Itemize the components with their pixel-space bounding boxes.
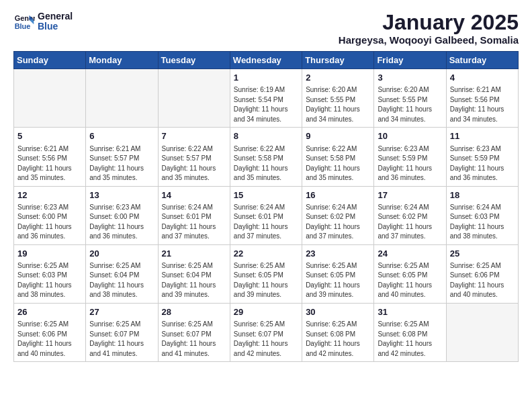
calendar-cell: 23Sunrise: 6:25 AMSunset: 6:05 PMDayligh… [302,244,374,303]
logo-icon: General Blue [13,11,35,32]
day-number: 26 [17,306,82,318]
day-number: 22 [234,248,298,260]
calendar-header-saturday: Saturday [446,52,518,69]
day-number: 4 [450,72,515,84]
calendar-cell: 1Sunrise: 6:19 AMSunset: 5:54 PMDaylight… [230,69,302,128]
day-number: 18 [450,189,515,201]
calendar-cell: 6Sunrise: 6:21 AMSunset: 5:57 PMDaylight… [86,128,158,186]
day-number: 7 [162,130,226,142]
logo-line1: General [38,11,73,21]
calendar-cell [14,69,86,128]
calendar-cell: 3Sunrise: 6:20 AMSunset: 5:55 PMDaylight… [374,69,446,128]
day-number: 31 [378,306,442,318]
calendar-cell: 7Sunrise: 6:22 AMSunset: 5:57 PMDaylight… [158,128,230,186]
calendar-cell: 8Sunrise: 6:22 AMSunset: 5:58 PMDaylight… [230,128,302,186]
day-number: 1 [234,72,298,84]
calendar-cell: 31Sunrise: 6:25 AMSunset: 6:08 PMDayligh… [374,303,446,361]
calendar-week-3: 12Sunrise: 6:23 AMSunset: 6:00 PMDayligh… [14,186,519,244]
day-info: Sunrise: 6:23 AMSunset: 6:00 PMDaylight:… [89,203,154,242]
day-info: Sunrise: 6:21 AMSunset: 5:56 PMDaylight:… [450,85,515,124]
calendar-cell [158,69,230,128]
calendar-header-row: SundayMondayTuesdayWednesdayThursdayFrid… [14,52,519,69]
day-number: 15 [234,189,298,201]
calendar-cell: 2Sunrise: 6:20 AMSunset: 5:55 PMDaylight… [302,69,374,128]
calendar-cell: 27Sunrise: 6:25 AMSunset: 6:07 PMDayligh… [86,303,158,361]
day-number: 14 [162,189,226,201]
day-info: Sunrise: 6:22 AMSunset: 5:57 PMDaylight:… [162,144,226,183]
day-number: 20 [89,248,154,260]
day-info: Sunrise: 6:21 AMSunset: 5:57 PMDaylight:… [89,144,154,183]
calendar-cell: 30Sunrise: 6:25 AMSunset: 6:08 PMDayligh… [302,303,374,361]
calendar-cell [446,303,518,361]
day-number: 5 [17,130,82,142]
calendar-cell: 16Sunrise: 6:24 AMSunset: 6:02 PMDayligh… [302,186,374,244]
calendar-cell: 19Sunrise: 6:25 AMSunset: 6:03 PMDayligh… [14,244,86,303]
day-info: Sunrise: 6:24 AMSunset: 6:01 PMDaylight:… [234,203,298,242]
day-number: 28 [162,306,226,318]
day-info: Sunrise: 6:23 AMSunset: 5:59 PMDaylight:… [378,144,442,183]
header: General Blue General Blue January 2025 H… [13,11,519,46]
day-info: Sunrise: 6:25 AMSunset: 6:06 PMDaylight:… [450,261,515,300]
day-number: 16 [306,189,370,201]
day-info: Sunrise: 6:23 AMSunset: 5:59 PMDaylight:… [450,144,515,183]
page: General Blue General Blue January 2025 H… [0,0,532,369]
day-info: Sunrise: 6:25 AMSunset: 6:08 PMDaylight:… [378,320,442,359]
calendar-cell: 14Sunrise: 6:24 AMSunset: 6:01 PMDayligh… [158,186,230,244]
calendar-cell: 4Sunrise: 6:21 AMSunset: 5:56 PMDaylight… [446,69,518,128]
svg-text:Blue: Blue [15,22,31,30]
day-info: Sunrise: 6:23 AMSunset: 6:00 PMDaylight:… [17,203,82,242]
day-info: Sunrise: 6:25 AMSunset: 6:05 PMDaylight:… [306,261,370,300]
logo: General Blue General Blue [13,11,73,32]
day-number: 21 [162,248,226,260]
calendar-cell [86,69,158,128]
calendar-week-5: 26Sunrise: 6:25 AMSunset: 6:06 PMDayligh… [14,303,519,361]
calendar-header-monday: Monday [86,52,158,69]
day-info: Sunrise: 6:25 AMSunset: 6:04 PMDaylight:… [89,261,154,300]
calendar-week-2: 5Sunrise: 6:21 AMSunset: 5:56 PMDaylight… [14,128,519,186]
day-info: Sunrise: 6:20 AMSunset: 5:55 PMDaylight:… [306,85,370,124]
day-number: 19 [17,248,82,260]
day-info: Sunrise: 6:25 AMSunset: 6:08 PMDaylight:… [306,320,370,359]
calendar-cell: 13Sunrise: 6:23 AMSunset: 6:00 PMDayligh… [86,186,158,244]
day-info: Sunrise: 6:24 AMSunset: 6:02 PMDaylight:… [306,203,370,242]
day-info: Sunrise: 6:25 AMSunset: 6:07 PMDaylight:… [89,320,154,359]
day-info: Sunrise: 6:25 AMSunset: 6:03 PMDaylight:… [17,261,82,300]
calendar-cell: 26Sunrise: 6:25 AMSunset: 6:06 PMDayligh… [14,303,86,361]
day-number: 3 [378,72,442,84]
day-number: 27 [89,306,154,318]
title-block: January 2025 Hargeysa, Woqooyi Galbeed, … [339,11,519,46]
day-number: 12 [17,189,82,201]
calendar-cell: 15Sunrise: 6:24 AMSunset: 6:01 PMDayligh… [230,186,302,244]
day-number: 29 [234,306,298,318]
calendar-header-friday: Friday [374,52,446,69]
day-number: 24 [378,248,442,260]
calendar-cell: 10Sunrise: 6:23 AMSunset: 5:59 PMDayligh… [374,128,446,186]
day-number: 17 [378,189,442,201]
logo-line2: Blue [38,21,73,32]
day-info: Sunrise: 6:25 AMSunset: 6:05 PMDaylight:… [234,261,298,300]
calendar-week-1: 1Sunrise: 6:19 AMSunset: 5:54 PMDaylight… [14,69,519,128]
calendar-cell: 11Sunrise: 6:23 AMSunset: 5:59 PMDayligh… [446,128,518,186]
day-number: 23 [306,248,370,260]
calendar-cell: 24Sunrise: 6:25 AMSunset: 6:05 PMDayligh… [374,244,446,303]
calendar-cell: 29Sunrise: 6:25 AMSunset: 6:07 PMDayligh… [230,303,302,361]
day-number: 8 [234,130,298,142]
day-info: Sunrise: 6:20 AMSunset: 5:55 PMDaylight:… [378,85,442,124]
day-info: Sunrise: 6:25 AMSunset: 6:07 PMDaylight:… [162,320,226,359]
day-info: Sunrise: 6:21 AMSunset: 5:56 PMDaylight:… [17,144,82,183]
calendar-header-sunday: Sunday [14,52,86,69]
day-info: Sunrise: 6:25 AMSunset: 6:05 PMDaylight:… [378,261,442,300]
calendar-cell: 20Sunrise: 6:25 AMSunset: 6:04 PMDayligh… [86,244,158,303]
calendar-header-wednesday: Wednesday [230,52,302,69]
calendar-cell: 25Sunrise: 6:25 AMSunset: 6:06 PMDayligh… [446,244,518,303]
day-number: 6 [89,130,154,142]
day-number: 13 [89,189,154,201]
calendar-cell: 17Sunrise: 6:24 AMSunset: 6:02 PMDayligh… [374,186,446,244]
calendar-cell: 5Sunrise: 6:21 AMSunset: 5:56 PMDaylight… [14,128,86,186]
day-number: 10 [378,130,442,142]
calendar-cell: 9Sunrise: 6:22 AMSunset: 5:58 PMDaylight… [302,128,374,186]
day-info: Sunrise: 6:19 AMSunset: 5:54 PMDaylight:… [234,85,298,124]
calendar-cell: 12Sunrise: 6:23 AMSunset: 6:00 PMDayligh… [14,186,86,244]
day-info: Sunrise: 6:22 AMSunset: 5:58 PMDaylight:… [306,144,370,183]
day-number: 25 [450,248,515,260]
